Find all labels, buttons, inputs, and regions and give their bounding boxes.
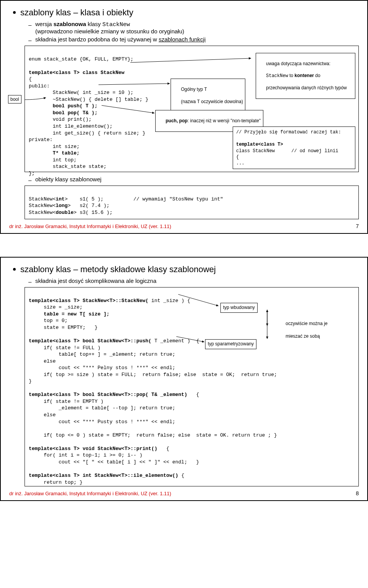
- code-line: // Przyjęło się formatować raczej tak:: [236, 130, 341, 135]
- code-line: > s3( 15.6 );: [74, 210, 112, 215]
- slide2-title: szablony klas – metody składowe klasy sz…: [20, 264, 216, 274]
- text-mono: StackNew: [266, 73, 288, 79]
- code-line: > s2( 7.4 );: [67, 203, 109, 209]
- code-line: void print();: [29, 117, 92, 122]
- slide1-sub1: – wersja szablonowa klasy StackNew (wpro…: [28, 21, 359, 34]
- code-line: stack_state state;: [29, 164, 107, 169]
- code-line: state = EMPTY; }: [29, 325, 97, 330]
- note-type-t: Ogólny typ T (nazwa T oczywiście dowolna…: [171, 79, 245, 113]
- slide1-sub2-text: składnia jest bardzo podobna do tej używ…: [35, 36, 359, 43]
- svg-line-1: [99, 84, 170, 85]
- svg-line-2: [102, 105, 154, 113]
- slide-1: szablony klas – klasa i obiekty – wersja…: [0, 0, 368, 234]
- text: klasy: [86, 21, 103, 27]
- code-line: bool push( T );: [29, 103, 97, 109]
- code-line: int top;: [29, 157, 77, 163]
- code-line: private:: [29, 137, 53, 143]
- text: mieszać ze sobą: [286, 333, 320, 339]
- code-line: table = new T[ size ];: [29, 311, 110, 317]
- slide2-sub1: – składnia jest dosyć skomplikowana ale …: [28, 278, 359, 285]
- text-bold: puch, pop: [166, 118, 187, 123]
- text: oczywiście można je: [286, 321, 327, 326]
- code-line: {: [187, 392, 199, 397]
- text: (nazwa: [181, 99, 197, 104]
- slide1-title-row: szablony klas – klasa i obiekty: [13, 8, 359, 18]
- text: wersja: [35, 21, 54, 27]
- code-line: {: [157, 446, 169, 452]
- side-label-bool: bool: [8, 95, 21, 103]
- code-line: long: [56, 203, 67, 209]
- code-line: enum stack_state {OK, FULL, EMPTY};: [29, 56, 133, 62]
- code-line: else: [29, 358, 56, 364]
- code-line: cout << "*** Pelny stos ! ***" << endl;: [29, 365, 175, 371]
- svg-line-0: [130, 58, 251, 62]
- text-bold: kontener: [294, 73, 314, 78]
- code-line: template<class T>: [29, 70, 80, 76]
- code-line: int ile_elementow();: [29, 123, 112, 129]
- slide1-title: szablony klas – klasa i obiekty: [20, 8, 133, 18]
- code-line: T* table;: [29, 150, 80, 156]
- code-line: int get_size() { return size; }: [29, 130, 145, 136]
- code-line: T _element ): [151, 338, 190, 344]
- code-line: template<class T> int StackNew<T>::ile_e…: [29, 473, 178, 478]
- code-line: {: [190, 338, 199, 344]
- code-line: int size;: [29, 144, 80, 149]
- code-line: {: [236, 154, 239, 160]
- slide1-sub1-text: wersja szablonowa klasy StackNew (wprowa…: [35, 21, 359, 34]
- note-mix: oczywiście można je mieszać ze sobą: [278, 314, 339, 345]
- code-line: int: [56, 196, 64, 202]
- code-line: template<class T> bool StackNew<T>::push…: [29, 338, 151, 344]
- code-line: {: [29, 76, 32, 82]
- note-format-style: // Przyjęło się formatować raczej tak: t…: [233, 126, 355, 169]
- code-line: template<class T> void StackNew<T>::prin…: [29, 446, 157, 452]
- code-line: template<class T>: [236, 142, 283, 147]
- dash-icon: –: [28, 21, 32, 28]
- code-line: ~StackNew() { delete [] table; }: [29, 97, 148, 102]
- slide-2: szablony klas – metody składowe klasy sz…: [0, 257, 368, 501]
- code-line: StackNew<: [29, 210, 56, 215]
- code-line: top = 0;: [29, 318, 67, 324]
- code-line: if( state != EMPTY ): [29, 399, 104, 404]
- text: do: [314, 73, 320, 78]
- code-line: else: [29, 412, 56, 418]
- code-line: public:: [29, 83, 50, 89]
- code-box-class-decl: enum stack_state {OK, FULL, EMPTY}; temp…: [25, 46, 359, 172]
- code-line: StackNew<: [29, 196, 56, 202]
- code-line: > s1( 5 ); // wymamiaj "StosNew typu int…: [65, 196, 223, 202]
- code-line: {: [178, 473, 184, 478]
- code-line: cout << "*** Pusty stos ! ***" << endl;: [29, 419, 175, 425]
- code-line: class StackNew // od nowej linii: [236, 148, 338, 154]
- slide1-footer: dr inż. Jarosław Gramacki, Instytut Info…: [9, 223, 359, 229]
- note-param-type: typ sparametryzowany: [205, 339, 256, 349]
- slide1-sub3: – obiekty klasy szablonowej: [28, 176, 359, 183]
- code-line: cout << "[ " << table[ i ] << " ]" << en…: [29, 459, 199, 465]
- code-line: template<class T> StackNew<T>::StackNew(: [29, 298, 148, 304]
- code-line: }: [29, 378, 32, 384]
- text: Ogólny typ: [181, 87, 204, 92]
- code-line: int _size ) {: [148, 298, 190, 304]
- bullet-icon: [13, 11, 16, 14]
- text: składnia jest bardzo podobna do tej używ…: [35, 36, 159, 43]
- slide1-sub3-text: obiekty klasy szablonowej: [35, 176, 359, 182]
- code-line: };: [29, 171, 35, 176]
- code-line: bool pop( T& );: [29, 110, 97, 116]
- bullet-icon: [13, 268, 16, 271]
- code-line: class StackNew: [80, 70, 125, 76]
- code-line: _element = table[ --top ]; return true;: [29, 405, 175, 411]
- code-line: if( top <= 0 ) state = EMPTY; return fal…: [29, 432, 277, 438]
- code-line: StackNew( int _size = 10 );: [29, 90, 133, 95]
- text: oczywiście dowolna): [200, 99, 243, 104]
- code-line: template<class T> bool StackNew<T>::pop(…: [29, 392, 187, 397]
- dash-icon: –: [28, 37, 32, 43]
- code-line: StackNew<: [29, 203, 56, 209]
- note-builtin-type: typ wbudowany: [220, 303, 258, 313]
- code-line: table[ top++ ] = _element; return true;: [29, 351, 175, 357]
- page-number: 7: [356, 223, 359, 229]
- text: (wprowadzono niewielkie zmiany w stosunk…: [35, 28, 184, 34]
- code-line: if( top >= size ) state = FULL; return f…: [29, 372, 277, 378]
- text-mono: StackNew: [102, 21, 130, 28]
- code-box-objects: StackNew<int> s1( 5 ); // wymamiaj "Stos…: [25, 186, 359, 219]
- slide2-sub1-text: składnia jest dosyć skomplikowana ale lo…: [35, 278, 359, 284]
- dash-icon: –: [28, 177, 32, 183]
- text: przechowywania danych różnych typów: [266, 85, 347, 90]
